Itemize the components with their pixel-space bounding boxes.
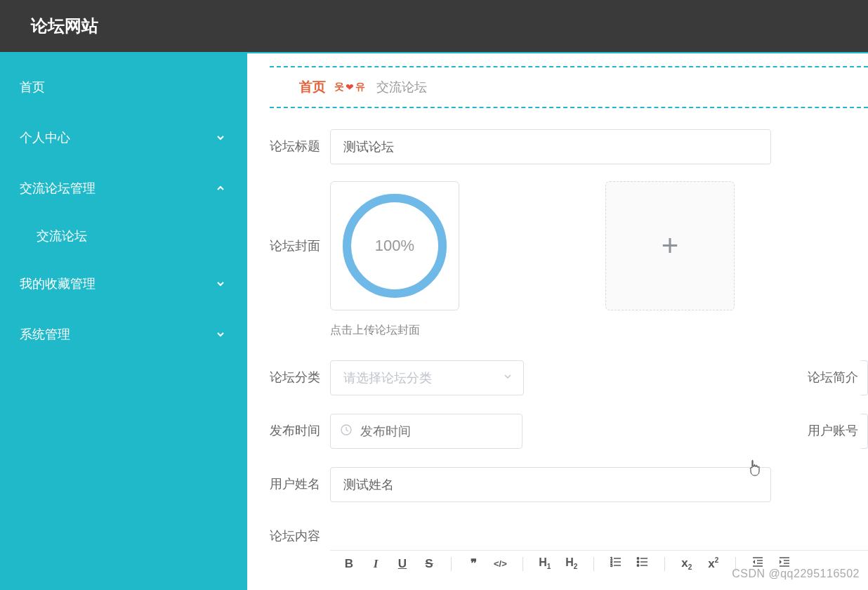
main-content: 首页 웃❤유 交流论坛 论坛标题 论坛封面	[247, 53, 868, 590]
breadcrumb: 首页 웃❤유 交流论坛	[270, 66, 868, 108]
account-label: 用户账号	[808, 414, 858, 439]
username-input[interactable]	[330, 467, 771, 502]
sidebar-item-label: 个人中心	[20, 129, 70, 146]
chevron-down-icon	[215, 278, 226, 289]
category-label: 论坛分类	[270, 360, 330, 386]
quote-button[interactable]: ❞	[467, 556, 480, 571]
title-label: 论坛标题	[270, 129, 330, 155]
title-input[interactable]	[330, 129, 771, 164]
chevron-down-icon	[215, 329, 226, 340]
chevron-up-icon	[215, 183, 226, 194]
publish-label: 发布时间	[270, 414, 330, 439]
svg-text:3: 3	[610, 563, 613, 568]
sidebar: 首页 个人中心 交流论坛管理 交流论坛 我的收藏管理	[0, 53, 247, 590]
svg-point-13	[637, 561, 638, 563]
progress-text: 100%	[375, 237, 414, 255]
toolbar-separator	[522, 557, 523, 571]
h1-button[interactable]: H1	[539, 556, 551, 570]
h2-button[interactable]: H2	[565, 556, 578, 570]
sidebar-item-label: 我的收藏管理	[20, 275, 96, 292]
toolbar-separator	[451, 557, 452, 571]
svg-point-14	[637, 565, 638, 566]
category-select[interactable]: 请选择论坛分类	[330, 360, 524, 395]
upload-progress-box[interactable]: 100%	[330, 181, 459, 310]
breadcrumb-current: 交流论坛	[376, 79, 427, 96]
publish-date-input[interactable]	[330, 414, 522, 449]
sidebar-item-label: 首页	[20, 79, 45, 96]
username-label: 用户姓名	[270, 467, 330, 492]
intro-input-partial[interactable]	[861, 360, 868, 395]
bold-button[interactable]: B	[343, 557, 355, 571]
sidebar-item-forum-mgmt[interactable]: 交流论坛管理	[0, 163, 247, 214]
sidebar-item-label: 交流论坛	[37, 228, 87, 244]
header: 论坛网站	[0, 0, 868, 53]
progress-circle: 100%	[340, 191, 449, 301]
toolbar-separator	[593, 557, 594, 571]
upload-hint: 点击上传论坛封面	[330, 323, 868, 338]
intro-label: 论坛简介	[808, 360, 858, 386]
breadcrumb-separator: 웃❤유	[334, 81, 365, 93]
account-input-partial[interactable]	[861, 414, 868, 449]
content-label: 论坛内容	[270, 519, 330, 544]
upload-add-box[interactable]: +	[605, 181, 735, 310]
subscript-button[interactable]: x2	[680, 556, 693, 571]
sidebar-item-favorites[interactable]: 我的收藏管理	[0, 258, 247, 309]
italic-button[interactable]: I	[369, 557, 382, 571]
clock-icon	[340, 424, 353, 439]
sidebar-item-label: 系统管理	[20, 326, 70, 343]
cover-label: 论坛封面	[270, 237, 330, 254]
toolbar-separator	[664, 557, 665, 571]
sidebar-item-home[interactable]: 首页	[0, 62, 247, 112]
sidebar-item-profile[interactable]: 个人中心	[0, 112, 247, 163]
form: 论坛标题 论坛封面 100%	[247, 108, 868, 577]
unordered-list-button[interactable]	[636, 556, 649, 572]
svg-point-12	[637, 558, 638, 559]
app-title: 论坛网站	[31, 15, 98, 37]
watermark: CSDN @qq2295116502	[732, 568, 860, 580]
underline-button[interactable]: U	[396, 557, 409, 571]
sidebar-item-forum[interactable]: 交流论坛	[0, 214, 247, 258]
plus-icon: +	[662, 229, 679, 263]
breadcrumb-home[interactable]: 首页	[299, 78, 326, 96]
chevron-down-icon	[215, 132, 226, 143]
sidebar-item-label: 交流论坛管理	[20, 180, 96, 197]
strike-button[interactable]: S	[423, 557, 435, 571]
sidebar-item-system[interactable]: 系统管理	[0, 309, 247, 360]
code-button[interactable]: </>	[494, 558, 507, 569]
superscript-button[interactable]: x2	[707, 556, 720, 571]
ordered-list-button[interactable]: 123	[610, 556, 622, 572]
